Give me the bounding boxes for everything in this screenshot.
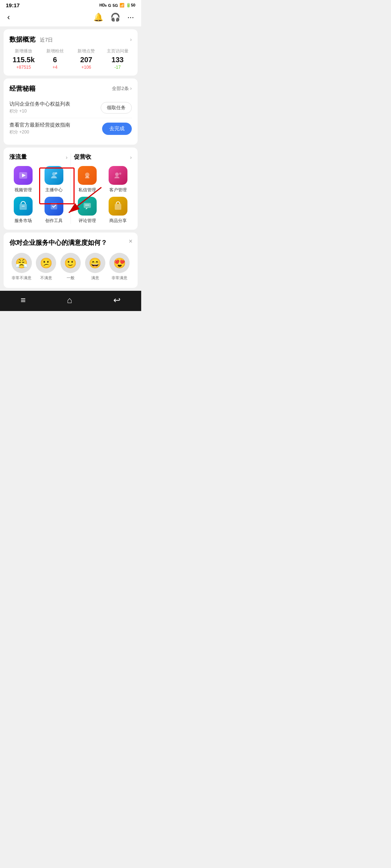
data-grid: 新增播放 115.5k +87515 新增粉丝 6 +4 新增点赞 207 +1… [9,48,132,70]
tool-service-market[interactable]: 服务市场 [9,197,37,224]
label-likes: 新增点赞 [72,48,101,54]
wifi-icon: 📶 [119,3,125,8]
comment-manage-icon [78,197,97,216]
creation-tools-icon [45,197,63,216]
svg-rect-12 [115,204,121,210]
tool-product-share[interactable]: 商品分享 [105,197,132,224]
label-satisfied: 满意 [91,275,99,281]
tools-right-title: 促营收 [74,153,91,161]
anchor-center-icon [45,166,63,185]
label-unsatisfied: 不满意 [40,275,52,281]
tools-left-header: 涨流量 › [9,153,68,161]
face-very-unsatisfied: 😤 [12,253,32,273]
tools-right-header: 促营收 › [74,153,132,161]
change-visits: -17 [104,65,132,70]
bottom-nav: ≡ ⌂ ↩ [0,291,141,311]
tool-creation-tools[interactable]: 创作工具 [40,197,67,224]
business-card: 经营秘籍 全部2条 › 访问企业任务中心权益列表 积分 +10 领取任务 查看官… [4,78,138,145]
headset-icon[interactable]: 🎧 [110,13,120,22]
emoji-unsatisfied[interactable]: 😕 不满意 [36,253,56,281]
label-neutral: 一般 [67,275,75,281]
service-market-label: 服务市场 [14,218,32,224]
emoji-row: 😤 非常不满意 😕 不满意 🙂 一般 😄 满意 😍 非常满意 [9,253,132,281]
anchor-center-label: 主播中心 [45,187,63,193]
comment-manage-label: 评论管理 [79,218,96,224]
business-item-0: 访问企业任务中心权益列表 积分 +10 领取任务 [9,97,132,118]
tool-anchor-center[interactable]: 主播中心 [40,166,67,193]
label-fans: 新增粉丝 [41,48,70,54]
status-bar: 19:17 HD₂ G 5G 📶 🔋50 [0,0,141,10]
svg-rect-4 [20,204,27,210]
nav-menu-icon[interactable]: ≡ [21,295,26,305]
label-very-unsatisfied: 非常不满意 [12,275,31,281]
signal5g-icon: 5G [113,3,118,8]
business-item-1: 查看官方最新经营提效指南 积分 +200 去完成 [9,118,132,139]
face-unsatisfied: 😕 [36,253,56,273]
product-share-label: 商品分享 [109,218,127,224]
business-main-0: 访问企业任务中心权益列表 [9,101,101,107]
data-overview-title: 数据概览 [9,36,35,43]
customer-manage-label: 客户管理 [109,187,127,193]
data-item-plays: 新增播放 115.5k +87515 [9,48,38,70]
tools-right-chevron[interactable]: › [130,154,132,160]
business-sub-0: 积分 +10 [9,108,101,114]
emoji-neutral[interactable]: 🙂 一般 [60,253,81,281]
data-overview-chevron[interactable]: › [130,37,132,42]
tools-left-chevron[interactable]: › [66,154,68,160]
business-sub-1: 积分 +200 [9,129,102,135]
value-visits: 133 [104,56,132,64]
tool-customer-manage[interactable]: 客户管理 [105,166,132,193]
tool-message-manage[interactable]: 私信管理 [74,166,101,193]
tools-section: 涨流量 › 视频管理 主播中心 [4,148,138,230]
svg-rect-5 [22,206,25,207]
change-likes: +106 [72,65,101,70]
battery-icon: 🔋50 [126,3,135,8]
service-market-icon [14,197,33,216]
data-item-fans: 新增粉丝 6 +4 [41,48,70,70]
emoji-satisfied[interactable]: 😄 满意 [85,253,105,281]
customer-manage-icon [109,166,127,185]
product-share-icon [109,197,127,216]
more-icon[interactable]: ··· [127,13,134,22]
svg-point-3 [55,172,57,174]
label-visits: 主页访问量 [104,48,132,54]
change-plays: +87515 [9,65,38,70]
status-icons: HD₂ G 5G 📶 🔋50 [100,3,135,8]
tools-wrapper: 涨流量 › 视频管理 主播中心 [0,148,141,230]
tool-comment-manage[interactable]: 评论管理 [74,197,101,224]
tools-col-right: 促营收 › 私信管理 客户管理 [71,153,132,224]
back-button[interactable]: ‹ [7,13,10,22]
face-very-satisfied: 😍 [109,253,130,273]
nav-right-icons: 🔔 🎧 ··· [93,13,134,22]
survey-close-button[interactable]: × [129,238,133,245]
emoji-very-satisfied[interactable]: 😍 非常满意 [109,253,130,281]
svg-point-9 [119,173,121,175]
survey-card: × 你对企业服务中心的满意度如何？ 😤 非常不满意 😕 不满意 🙂 一般 😄 满… [4,233,138,288]
value-fans: 6 [41,56,70,64]
tools-col-left: 涨流量 › 视频管理 主播中心 [9,153,71,224]
tools-right-grid: 私信管理 客户管理 评论管理 [74,166,132,224]
nav-home-icon[interactable]: ⌂ [67,295,72,305]
tools-row: 涨流量 › 视频管理 主播中心 [9,153,132,224]
tools-left-title: 涨流量 [9,153,27,161]
tool-video-manage[interactable]: 视频管理 [9,166,37,193]
business-text-0: 访问企业任务中心权益列表 积分 +10 [9,101,101,114]
svg-rect-11 [85,205,89,205]
signal-icon: G [108,3,112,8]
data-item-likes: 新增点赞 207 +106 [72,48,101,70]
face-neutral: 🙂 [60,253,81,273]
tools-left-grid: 视频管理 主播中心 服务市场 [9,166,68,224]
data-period: 近7日 [40,37,53,43]
nav-back-icon[interactable]: ↩ [113,295,121,305]
business-count[interactable]: 全部2条 › [112,85,132,92]
business-main-1: 查看官方最新经营提效指南 [9,122,102,128]
business-header: 经营秘籍 全部2条 › [9,84,132,93]
message-manage-label: 私信管理 [79,187,96,193]
emoji-very-unsatisfied[interactable]: 😤 非常不满意 [12,253,32,281]
data-item-visits: 主页访问量 133 -17 [104,48,132,70]
bell-icon[interactable]: 🔔 [93,13,103,22]
complete-task-button[interactable]: 去完成 [102,123,132,135]
data-overview-header: 数据概览 近7日 › [9,35,132,44]
claim-task-button[interactable]: 领取任务 [101,102,132,114]
survey-title: 你对企业服务中心的满意度如何？ [9,238,132,247]
